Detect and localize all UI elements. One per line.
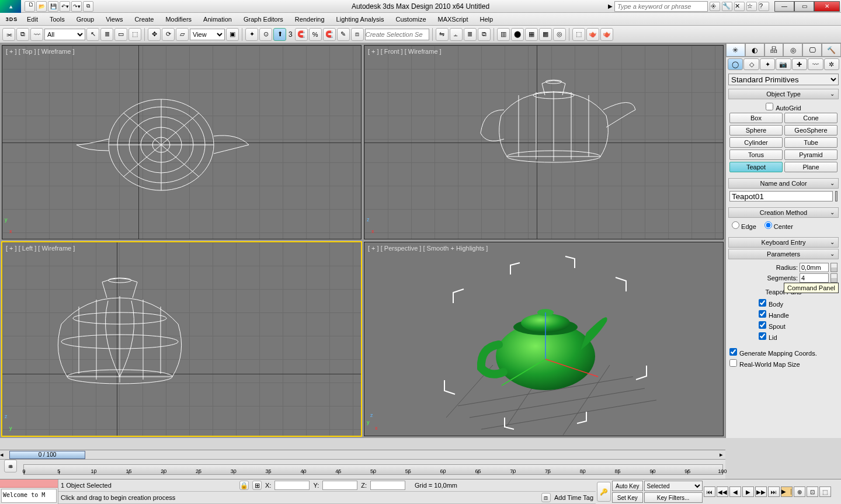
link-tool-icon[interactable]: ⫘: [2, 28, 15, 41]
body-checkbox[interactable]: [759, 299, 766, 307]
layers-icon[interactable]: ≣: [464, 28, 477, 41]
helpers-subtab-icon[interactable]: ✚: [792, 58, 807, 70]
render-icon[interactable]: ◎: [553, 28, 566, 41]
viewport-perspective[interactable]: [ + ] [ Perspective ] [ Smooth + Highlig…: [364, 242, 724, 436]
select-name-icon[interactable]: ≣: [100, 28, 113, 41]
y-input[interactable]: [322, 481, 357, 490]
link-icon[interactable]: ⧉: [83, 1, 93, 12]
viewport-persp-label[interactable]: [ + ] [ Perspective ] [ Smooth + Highlig…: [368, 245, 488, 252]
maximize-button[interactable]: ▭: [794, 1, 814, 12]
curve-editor-icon[interactable]: ⧉: [478, 28, 491, 41]
open-icon[interactable]: 📂: [36, 1, 47, 12]
pyramid-button[interactable]: Pyramid: [784, 150, 837, 160]
auto-key-button[interactable]: Auto Key: [612, 481, 643, 491]
teapot-button[interactable]: Teapot: [729, 162, 783, 172]
set-key-button[interactable]: Set Key: [612, 492, 643, 503]
menu-group[interactable]: Group: [71, 14, 100, 25]
modify-tab-icon[interactable]: ◐: [745, 43, 764, 57]
viewport-left[interactable]: [ + ] [ Left ] [ Wireframe ] y z: [2, 242, 362, 436]
display-tab-icon[interactable]: 🖵: [802, 43, 822, 57]
play-icon[interactable]: ▶: [742, 486, 754, 497]
rollout-keyboard-entry[interactable]: Keyboard Entry: [728, 237, 839, 248]
prev-key-icon[interactable]: ◀: [729, 486, 741, 497]
mini-curve-icon[interactable]: ⩩: [4, 460, 17, 472]
torus-button[interactable]: Torus: [729, 150, 783, 160]
manipulate-icon[interactable]: ✦: [245, 28, 258, 41]
rollout-creation-method[interactable]: Creation Method: [728, 207, 839, 218]
angle-snap-icon[interactable]: 🧲: [295, 28, 308, 41]
render-frame-icon[interactable]: ▩: [539, 28, 552, 41]
x-input[interactable]: [274, 481, 310, 490]
key-filters-button[interactable]: Key Filters...: [644, 492, 703, 503]
save-icon[interactable]: 💾: [48, 1, 58, 12]
nav-zoom-icon[interactable]: ⊕: [794, 486, 805, 497]
lid-checkbox[interactable]: [759, 332, 766, 340]
mirror-icon[interactable]: ⇋: [436, 28, 449, 41]
viewport-top[interactable]: [ + ] [ Top ] [ Wireframe ] x y: [2, 45, 362, 239]
percent-snap-icon[interactable]: %: [309, 28, 322, 41]
unlink-tool-icon[interactable]: ⧉: [16, 28, 29, 41]
teapot-render-icon[interactable]: 🫖: [586, 28, 599, 41]
radius-input[interactable]: [800, 263, 829, 272]
bind-space-warp-icon[interactable]: 〰: [30, 28, 43, 41]
next-key-icon[interactable]: ▶▶: [755, 486, 767, 497]
create-tab-icon[interactable]: ✳: [726, 43, 745, 57]
time-tag-icon[interactable]: ⧈: [541, 493, 551, 502]
coord-mode-icon[interactable]: ⊞: [252, 481, 262, 490]
app-icon[interactable]: ⟁: [0, 0, 21, 13]
edit-named-sel-icon[interactable]: ✎: [337, 28, 350, 41]
rollout-parameters[interactable]: Parameters: [728, 249, 839, 259]
menu-maxscript[interactable]: MAXScript: [432, 14, 474, 25]
star-icon[interactable]: ☆: [746, 2, 757, 11]
keyboard-shortcut-icon[interactable]: ⊙: [259, 28, 272, 41]
goto-end-icon[interactable]: ⏭: [768, 486, 780, 497]
selection-filter-select[interactable]: All: [44, 29, 85, 40]
redo-icon[interactable]: ↷▾: [71, 1, 82, 12]
viewport-left-label[interactable]: [ + ] [ Left ] [ Wireframe ]: [6, 245, 75, 252]
track-bar[interactable]: ◂ 0 / 100 ▸: [0, 450, 725, 459]
viewport-front[interactable]: [ + ] [ Front ] [ Wireframe ] x z: [364, 45, 724, 239]
shapes-subtab-icon[interactable]: ◇: [743, 58, 759, 70]
object-name-input[interactable]: [729, 191, 833, 201]
geosphere-button[interactable]: GeoSphere: [784, 125, 837, 135]
segments-input[interactable]: [800, 273, 829, 283]
z-input[interactable]: [370, 481, 405, 490]
menu-rendering[interactable]: Rendering: [289, 14, 331, 25]
help-search-input[interactable]: [614, 1, 708, 12]
select-region-rect-icon[interactable]: ▭: [114, 28, 127, 41]
timeline-ruler[interactable]: 0510152025303540455055606570758085909510…: [23, 464, 723, 475]
ref-coord-select[interactable]: View: [190, 29, 225, 40]
exchange-icon[interactable]: ✕: [734, 2, 745, 11]
spinner-snap-icon[interactable]: 🧲: [323, 28, 336, 41]
box-button[interactable]: Box: [729, 113, 783, 123]
scale-tool-icon[interactable]: ▱: [176, 28, 189, 41]
move-tool-icon[interactable]: ✥: [148, 28, 161, 41]
handle-checkbox[interactable]: [759, 310, 766, 318]
set-key-mode-icon[interactable]: 🔑: [597, 482, 611, 502]
add-time-tag[interactable]: Add Time Tag: [554, 494, 593, 501]
edge-radio[interactable]: Edge: [732, 221, 756, 230]
viewport-top-label[interactable]: [ + ] [ Top ] [ Wireframe ]: [6, 48, 74, 55]
wrench-icon[interactable]: 🔧: [722, 2, 732, 11]
cone-button[interactable]: Cone: [784, 113, 837, 123]
goto-start-icon[interactable]: ⏮: [704, 486, 715, 497]
cameras-subtab-icon[interactable]: 📷: [776, 58, 791, 70]
menu-views[interactable]: Views: [100, 14, 128, 25]
menu-animation[interactable]: Animation: [197, 14, 238, 25]
segments-spinner[interactable]: [830, 273, 837, 283]
lock-icon[interactable]: 🔒: [239, 481, 249, 490]
category-select[interactable]: Standard Primitives: [728, 74, 839, 85]
geometry-subtab-icon[interactable]: ◯: [728, 58, 743, 70]
window-crossing-icon[interactable]: ⬚: [128, 28, 141, 41]
prev-frame-icon[interactable]: ◀◀: [717, 486, 728, 497]
nav-region-icon[interactable]: ⬚: [819, 486, 831, 497]
menu-help[interactable]: Help: [474, 14, 499, 25]
key-mode-toggle-icon[interactable]: ▶⎹: [781, 486, 793, 497]
nav-zoom-all-icon[interactable]: ⊡: [807, 486, 818, 497]
time-slider[interactable]: 0 / 100: [9, 451, 85, 459]
hierarchy-tab-icon[interactable]: 品: [764, 43, 784, 57]
radius-spinner[interactable]: [830, 263, 837, 272]
spout-checkbox[interactable]: [759, 321, 766, 329]
motion-tab-icon[interactable]: ◎: [783, 43, 802, 57]
color-swatch[interactable]: [835, 191, 837, 201]
